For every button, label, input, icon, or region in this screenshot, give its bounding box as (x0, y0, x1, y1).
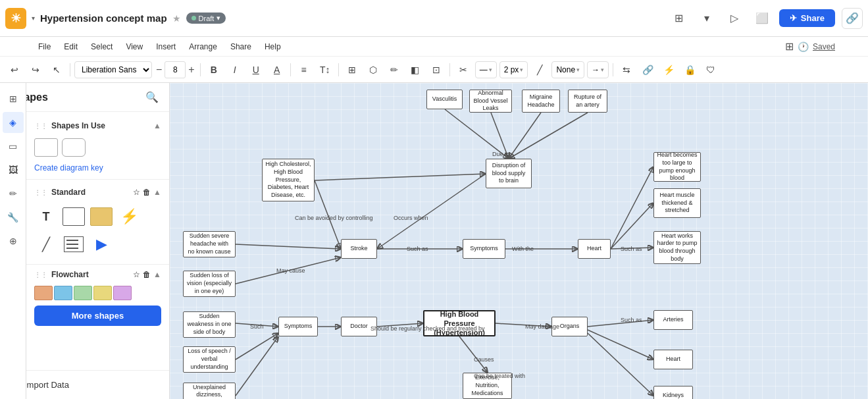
menu-select[interactable]: Select (86, 40, 118, 53)
star-icon[interactable]: ★ (172, 13, 181, 24)
present-icon[interactable]: ⊞ (669, 8, 690, 29)
std-chevron-shape[interactable]: ▶ (89, 232, 113, 256)
node-migraine[interactable]: Migraine Headache (522, 90, 560, 113)
node-sudden_headache[interactable]: Sudden severe headache with no known cau… (183, 231, 236, 257)
delete-icon-fc[interactable]: 🗑 (143, 270, 151, 279)
doc-status-badge[interactable]: Draft ▾ (186, 13, 226, 24)
node-loss_speech[interactable]: Loss of speech / verbal understanding (183, 346, 236, 373)
menu-help[interactable]: Help (259, 40, 286, 53)
more-shapes-button[interactable]: More shapes (34, 306, 161, 326)
node-heart_large[interactable]: Heart becomes too large to pump enough b… (653, 152, 701, 182)
waypoint-button[interactable]: ⇆ (617, 61, 636, 79)
arrow-dropdown[interactable]: → ▾ (587, 61, 609, 78)
sidebar-icon-home[interactable]: ⊞ (3, 88, 24, 109)
bold-button[interactable]: B (205, 61, 223, 79)
node-kidneys[interactable]: Kidneys (653, 386, 693, 399)
node-heart_node2[interactable]: Heart (653, 350, 693, 369)
play-icon[interactable]: ▷ (724, 8, 745, 29)
grid-icon[interactable]: ⊞ (785, 40, 794, 53)
lock-button[interactable]: 🔒 (680, 61, 699, 79)
fc-shape-3[interactable] (74, 286, 92, 300)
underline-button[interactable]: U (247, 61, 265, 79)
node-symptoms_left[interactable]: Symptoms (278, 317, 318, 336)
canvas-area[interactable]: VasculitisAbnormal Blood Vessel LeaksMig… (170, 83, 868, 399)
search-icon[interactable]: 🔍 (145, 91, 159, 103)
node-rupture[interactable]: Rupture of an artery (568, 90, 607, 113)
flowchart-header[interactable]: ⋮⋮ Flowchart ☆ 🗑 ▲ (26, 266, 169, 283)
node-heart_node[interactable]: Heart (578, 239, 611, 259)
font-size-decrease[interactable]: − (155, 64, 163, 76)
node-symptoms_right[interactable]: Symptoms (463, 239, 505, 259)
hyperlink-button[interactable]: 🔗 (638, 61, 657, 79)
node-unexplained[interactable]: Unexplained dizziness, unstable walking … (183, 383, 236, 399)
menu-insert[interactable]: Insert (151, 40, 181, 53)
std-arrow-shape[interactable]: ╱ (34, 232, 58, 256)
menu-share[interactable]: Share (225, 40, 257, 53)
menu-view[interactable]: View (120, 40, 148, 53)
cursor-tool[interactable]: ↖ (47, 61, 66, 79)
none-dropdown[interactable]: None ▾ (551, 61, 584, 78)
fc-shape-2[interactable] (54, 286, 72, 300)
node-high_chol[interactable]: High Cholesterol, High Blood Pressure, D… (262, 159, 315, 201)
delete-icon-std[interactable]: 🗑 (143, 188, 151, 197)
link-button[interactable]: 🔗 (842, 8, 863, 29)
shape-rounded-rect[interactable] (62, 138, 86, 157)
insert-shape-button[interactable]: ⊞ (343, 61, 361, 79)
draw-button[interactable]: ╱ (530, 61, 549, 79)
sidebar-icon-shapes[interactable]: ◈ (3, 112, 24, 133)
collapse-icon[interactable]: ▲ (153, 121, 161, 130)
line-color-button[interactable]: ✏ (385, 61, 403, 79)
node-abnormal_bv[interactable]: Abnormal Blood Vessel Leaks (469, 90, 512, 113)
standard-header[interactable]: ⋮⋮ Standard ☆ 🗑 ▲ (26, 184, 169, 201)
menu-file[interactable]: File (33, 40, 56, 53)
std-list-shape[interactable] (62, 232, 86, 256)
std-lightning-shape[interactable]: ⚡ (117, 205, 141, 228)
shapes-in-use-header[interactable]: ⋮⋮ Shapes In Use ▲ (26, 117, 169, 134)
menu-arrange[interactable]: Arrange (184, 40, 222, 53)
std-rect-shape[interactable] (62, 205, 86, 228)
align-button[interactable]: ≡ (295, 61, 313, 79)
std-filled-shape[interactable] (89, 205, 113, 228)
italic-button[interactable]: I (226, 61, 244, 79)
sidebar-icon-pen[interactable]: ✏ (3, 183, 24, 204)
node-hbp[interactable]: High Blood Pressure (Hypertension) (423, 310, 496, 336)
node-sudden_vision[interactable]: Sudden loss of vision (especially in one… (183, 271, 236, 297)
node-disruption[interactable]: Disruption of blood supply to brain (486, 159, 532, 188)
line-width-dropdown[interactable]: 2 px ▾ (499, 61, 528, 78)
connection-tool[interactable]: ✂ (454, 61, 472, 79)
std-text-shape[interactable]: T (34, 205, 58, 228)
create-diagram-key[interactable]: Create diagram key (26, 161, 169, 175)
text-size-button[interactable]: T↕ (316, 61, 334, 79)
window-icon[interactable]: ⬜ (752, 8, 773, 29)
shadow-button[interactable]: ◧ (406, 61, 424, 79)
shield-button[interactable]: 🛡 (702, 61, 720, 79)
menu-edit[interactable]: Edit (59, 40, 83, 53)
font-size-increase[interactable]: + (187, 64, 195, 76)
fc-shape-5[interactable] (113, 286, 132, 300)
redo-button[interactable]: ↪ (26, 61, 45, 79)
fc-shape-4[interactable] (93, 286, 112, 300)
fill-color-button[interactable]: ⬡ (364, 61, 382, 79)
sidebar-icon-connector[interactable]: 🔧 (3, 207, 24, 228)
sidebar-icon-rect[interactable]: ▭ (3, 136, 24, 157)
undo-button[interactable]: ↩ (5, 61, 24, 79)
share-button[interactable]: ✈ Share (779, 9, 835, 27)
collapse-icon-fc[interactable]: ▲ (153, 270, 161, 279)
star-icon-fc[interactable]: ☆ (133, 270, 140, 279)
font-size-input[interactable] (165, 61, 186, 78)
node-heart_hard[interactable]: Heart works harder to pump blood through… (653, 231, 701, 264)
node-sudden_weakness[interactable]: Sudden weakness in one side of body (183, 311, 236, 338)
star-icon-std[interactable]: ☆ (133, 188, 140, 197)
font-selector[interactable]: Liberation Sans (74, 61, 152, 78)
extra-button[interactable]: ⊡ (427, 61, 446, 79)
chevron-down-icon[interactable]: ▾ (696, 8, 717, 29)
logo-chevron[interactable]: ▾ (32, 14, 35, 22)
flash-button[interactable]: ⚡ (659, 61, 678, 79)
collapse-icon-std[interactable]: ▲ (153, 188, 161, 197)
sidebar-icon-plugin[interactable]: ⊕ (3, 230, 24, 252)
node-heart_muscle[interactable]: Heart muscle thickened & stretched (653, 188, 701, 218)
fc-shape-1[interactable] (34, 286, 53, 300)
node-arteries[interactable]: Arteries (653, 310, 693, 330)
app-logo[interactable]: ☀ (5, 8, 26, 29)
shape-rect[interactable] (34, 138, 58, 157)
